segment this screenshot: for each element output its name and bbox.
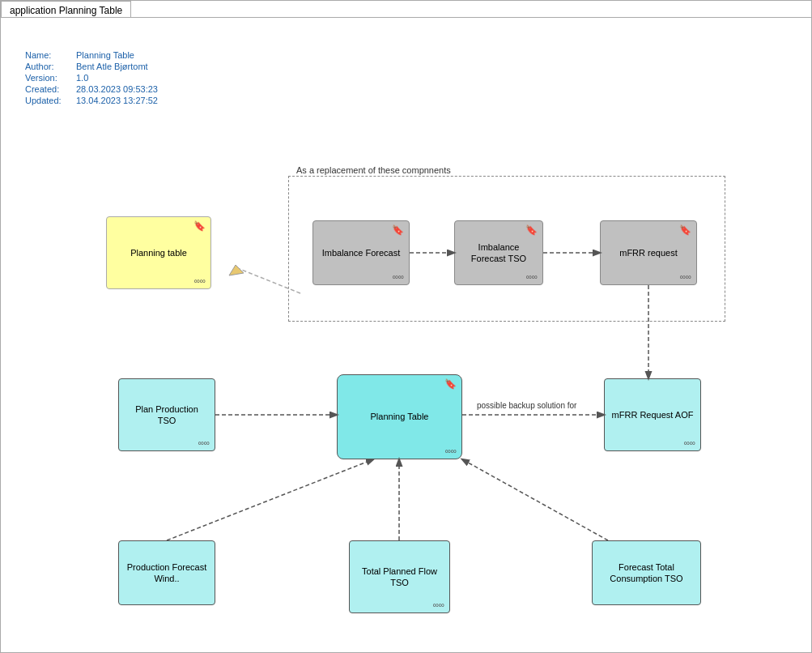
bookmark-icon-imbalance-tso: 🔖 — [525, 224, 538, 236]
plan-production-tso-label: Plan Production TSO — [125, 403, 208, 427]
updated-value: 13.04.2023 13:27:52 — [76, 96, 158, 105]
name-value: Planning Table — [76, 50, 134, 60]
node-planning-table-small[interactable]: 🔖 Planning table ∞∞ — [106, 216, 211, 289]
imbalance-forecast-tso-link: ∞∞ — [526, 272, 538, 281]
bookmark-icon-planning-large: 🔖 — [444, 378, 457, 390]
planning-table-large-link: ∞∞ — [445, 446, 457, 455]
canvas-area: Name: Planning Table Author: Bent Atle B… — [1, 17, 811, 652]
mfrr-request-aof-link: ∞∞ — [684, 438, 695, 447]
node-mfrr-request[interactable]: 🔖 mFRR request ∞∞ — [600, 220, 697, 285]
node-plan-production-tso[interactable]: Plan Production TSO ∞∞ — [118, 378, 215, 451]
name-label: Name: — [25, 50, 70, 60]
node-total-planned-flow-tso[interactable]: Total Planned Flow TSO ∞∞ — [349, 540, 450, 613]
mfrr-request-label: mFRR request — [619, 247, 678, 258]
node-forecast-total-consumption[interactable]: Forecast Total Consumption TSO — [592, 540, 701, 605]
replacement-label: As a replacement of these compnnents — [294, 165, 453, 175]
hollow-arrow-head — [229, 265, 244, 275]
node-mfrr-request-aof[interactable]: mFRR Request AOF ∞∞ — [604, 378, 701, 451]
bookmark-icon-imbalance: 🔖 — [392, 224, 404, 236]
author-label: Author: — [25, 62, 70, 71]
planning-table-small-label: Planning table — [130, 247, 187, 258]
forecast-total-consumption-label: Forecast Total Consumption TSO — [599, 561, 694, 585]
author-value: Bent Atle Bjørtomt — [76, 62, 148, 71]
plan-production-tso-link: ∞∞ — [198, 438, 210, 447]
edge-prod-forecast-to-planning — [167, 459, 373, 540]
created-value: 28.03.2023 09:53:23 — [76, 84, 158, 94]
mfrr-request-link: ∞∞ — [680, 272, 691, 281]
total-planned-flow-tso-label: Total Planned Flow TSO — [356, 566, 443, 589]
production-forecast-wind-label: Production Forecast Wind.. — [125, 561, 208, 585]
imbalance-forecast-label: Imbalance Forecast — [322, 247, 401, 258]
mfrr-request-aof-label: mFRR Request AOF — [612, 409, 694, 420]
total-planned-flow-tso-link: ∞∞ — [433, 600, 444, 609]
window-title: application Planning Table — [10, 5, 122, 16]
bookmark-icon-mfrr: 🔖 — [679, 224, 691, 236]
node-imbalance-forecast-tso[interactable]: 🔖 Imbalance Forecast TSO ∞∞ — [454, 220, 543, 285]
metadata-panel: Name: Planning Table Author: Bent Atle B… — [25, 50, 158, 107]
node-production-forecast-wind[interactable]: Production Forecast Wind.. — [118, 540, 215, 605]
updated-label: Updated: — [25, 96, 70, 105]
planning-table-large-label: Planning Table — [371, 411, 429, 422]
node-imbalance-forecast[interactable]: 🔖 Imbalance Forecast ∞∞ — [312, 220, 410, 285]
imbalance-forecast-tso-label: Imbalance Forecast TSO — [461, 241, 536, 265]
edge-forecast-consumption-to-planning — [462, 459, 608, 540]
edge-label-backup: possible backup solution for — [477, 401, 594, 410]
created-label: Created: — [25, 84, 70, 94]
app-window: application Planning Table Name: Plannin… — [0, 0, 812, 653]
version-label: Version: — [25, 73, 70, 83]
bookmark-icon-planning-small: 🔖 — [193, 220, 206, 232]
version-value: 1.0 — [76, 73, 88, 83]
planning-table-small-link: ∞∞ — [194, 276, 206, 285]
node-planning-table-large[interactable]: 🔖 Planning Table ∞∞ — [337, 374, 462, 459]
imbalance-forecast-link: ∞∞ — [393, 272, 404, 281]
